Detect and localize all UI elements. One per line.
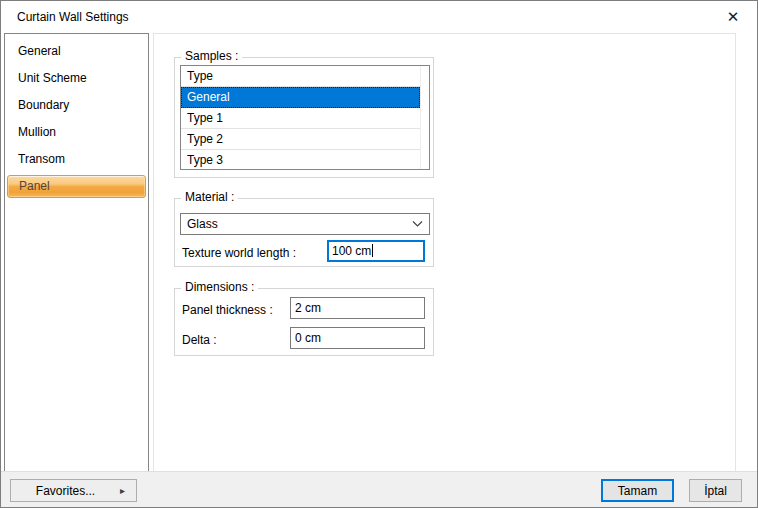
sidebar-item-unit-scheme[interactable]: Unit Scheme [5,65,148,92]
samples-row-general[interactable]: General [181,87,420,108]
text-cursor [372,244,373,257]
panel-thickness-label: Panel thickness : [182,303,273,317]
favorites-button[interactable]: Favorites... ▸ [10,479,137,502]
footer-bar: Favorites... ▸ Tamam İptal [1,471,757,507]
samples-row-type3[interactable]: Type 3 [181,150,420,171]
texture-world-length-input[interactable]: 100 cm [327,240,425,262]
dialog-title: Curtain Wall Settings [17,10,129,24]
delta-input[interactable] [290,327,425,349]
cancel-button[interactable]: İptal [689,479,742,502]
panel-thickness-input[interactable] [290,297,425,319]
sidebar-item-transom[interactable]: Transom [5,146,148,173]
samples-list: Type General Type 1 Type 2 Type 3 [180,65,430,170]
favorites-button-label: Favorites... [11,484,120,498]
samples-column-header: Type [181,66,420,87]
samples-row-type2[interactable]: Type 2 [181,129,420,150]
material-legend: Material : [181,190,238,204]
samples-row-type1[interactable]: Type 1 [181,108,420,129]
category-sidebar: General Unit Scheme Boundary Mullion Tra… [4,33,149,472]
material-dropdown-value: Glass [187,217,412,231]
sidebar-item-boundary[interactable]: Boundary [5,92,148,119]
dimensions-group: Dimensions : Panel thickness : Delta : [174,288,434,356]
chevron-down-icon [412,220,423,228]
content-panel: Samples : Type General Type 1 Type 2 Typ… [153,33,736,472]
dimensions-legend: Dimensions : [181,280,258,294]
texture-world-length-label: Texture world length : [182,246,296,260]
sidebar-item-panel[interactable]: Panel [7,175,146,198]
curtain-wall-settings-dialog: Curtain Wall Settings ✕ General Unit Sch… [0,0,758,508]
texture-world-length-value: 100 cm [332,244,371,258]
material-dropdown[interactable]: Glass [180,213,430,235]
close-icon[interactable]: ✕ [719,6,747,28]
expand-right-icon: ▸ [120,485,136,496]
title-bar: Curtain Wall Settings ✕ [1,1,757,32]
samples-group: Samples : Type General Type 1 Type 2 Typ… [174,57,434,178]
samples-legend: Samples : [181,49,242,63]
material-group: Material : Glass Texture world length : … [174,198,434,267]
delta-label: Delta : [182,333,217,347]
ok-button[interactable]: Tamam [601,479,674,502]
samples-list-scrollbar[interactable] [420,66,429,169]
sidebar-item-mullion[interactable]: Mullion [5,119,148,146]
sidebar-item-general[interactable]: General [5,38,148,65]
